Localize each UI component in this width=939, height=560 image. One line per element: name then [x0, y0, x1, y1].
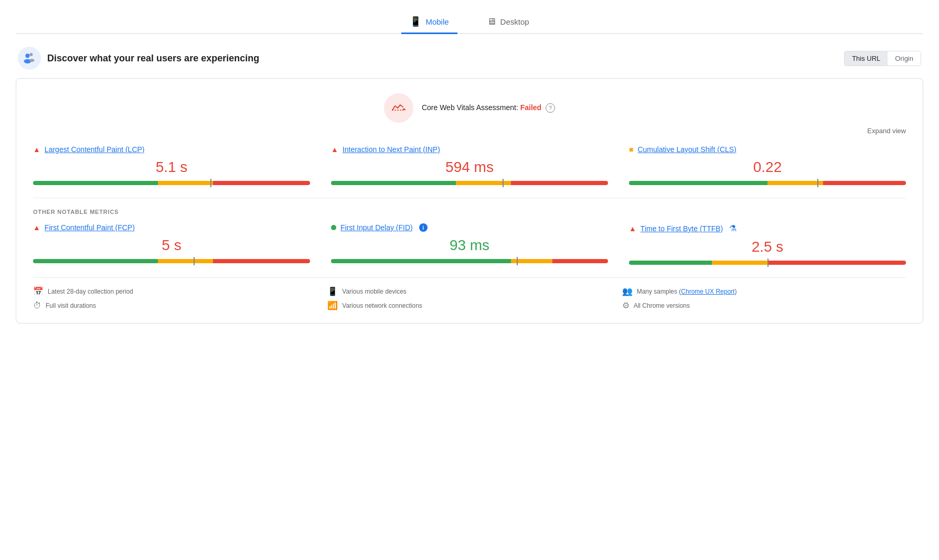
metric-ttfb: ▲ Time to First Byte (TTFB) ⚗ 2.5 s: [629, 223, 906, 265]
footer-text-3: Full visit durations: [46, 302, 96, 309]
footer-item-1: 📱 Various mobile devices: [327, 286, 611, 296]
fcp-status-icon: ▲: [33, 223, 40, 232]
fid-title-row: First Input Delay (FID) i: [331, 223, 608, 232]
calendar-icon: 📅: [33, 286, 44, 296]
assessment-prefix: Core Web Vitals Assessment:: [422, 103, 520, 112]
fid-bar-red: [552, 259, 608, 263]
section-divider: [33, 198, 906, 198]
chrome-ux-report-link[interactable]: Chrome UX Report: [681, 288, 734, 295]
assessment-icon: [384, 93, 413, 123]
fid-status-icon: [331, 225, 336, 230]
tab-mobile-label: Mobile: [425, 17, 449, 26]
tab-desktop-label: Desktop: [500, 17, 529, 26]
fcp-title-row: ▲ First Contentful Paint (FCP): [33, 223, 310, 232]
fid-value: 93 ms: [331, 237, 608, 254]
assessment-header: Core Web Vitals Assessment: Failed ?: [33, 93, 906, 123]
footer-item-0: 📅 Latest 28-day collection period: [33, 286, 317, 296]
fid-track: [331, 259, 608, 263]
help-icon[interactable]: ?: [546, 103, 555, 113]
ttfb-value: 2.5 s: [629, 239, 906, 255]
metric-inp: ▲ Interaction to Next Paint (INP) 594 ms: [331, 145, 608, 185]
ttfb-title-row: ▲ Time to First Byte (TTFB) ⚗: [629, 223, 906, 233]
lcp-bar-red: [213, 181, 310, 185]
lcp-marker: [210, 179, 211, 187]
svg-point-1: [30, 53, 33, 56]
svg-marker-5: [402, 108, 406, 110]
ttfb-bar: [629, 261, 906, 265]
timer-icon: ⏱: [33, 301, 41, 310]
tab-desktop[interactable]: 🖥 Desktop: [478, 10, 538, 34]
fid-name[interactable]: First Input Delay (FID): [340, 223, 413, 232]
fcp-bar-green: [33, 259, 158, 263]
cls-status-icon: ■: [629, 145, 633, 154]
inp-track: [331, 181, 608, 185]
inp-bar-red: [511, 181, 608, 185]
metric-lcp: ▲ Largest Contentful Paint (LCP) 5.1 s: [33, 145, 310, 185]
footer-item-2: 👥 Many samples (Chrome UX Report): [622, 286, 906, 296]
footer-text-0: Latest 28-day collection period: [48, 288, 133, 295]
svg-point-0: [25, 53, 29, 58]
url-toggle: This URL Origin: [844, 51, 921, 66]
expand-view[interactable]: Expand view: [33, 127, 906, 135]
fcp-name[interactable]: First Contentful Paint (FCP): [45, 223, 135, 232]
fcp-value: 5 s: [33, 237, 310, 254]
cls-value: 0.22: [629, 159, 906, 176]
lcp-title-row: ▲ Largest Contentful Paint (LCP): [33, 145, 310, 154]
flask-icon: ⚗: [729, 223, 737, 233]
samples-icon: 👥: [622, 286, 633, 296]
lcp-name[interactable]: Largest Contentful Paint (LCP): [45, 145, 145, 154]
fcp-bar: [33, 259, 310, 263]
fid-bar: [331, 259, 608, 263]
expand-view-label: Expand view: [867, 127, 906, 135]
inp-bar-green: [331, 181, 456, 185]
metric-fcp: ▲ First Contentful Paint (FCP) 5 s: [33, 223, 310, 265]
core-metrics-grid: ▲ Largest Contentful Paint (LCP) 5.1 s ▲: [33, 145, 906, 185]
fcp-bar-orange: [158, 259, 214, 263]
metric-fid: First Input Delay (FID) i 93 ms: [331, 223, 608, 265]
tab-mobile[interactable]: 📱 Mobile: [401, 10, 457, 34]
ttfb-status-icon: ▲: [629, 224, 636, 233]
ttfb-marker: [767, 259, 769, 267]
cls-bar-green: [629, 181, 767, 185]
inp-name[interactable]: Interaction to Next Paint (INP): [343, 145, 440, 154]
header-section: Discover what your real users are experi…: [16, 47, 923, 70]
fcp-track: [33, 259, 310, 263]
inp-value: 594 ms: [331, 159, 608, 176]
metric-cls: ■ Cumulative Layout Shift (CLS) 0.22: [629, 145, 906, 185]
cls-name[interactable]: Cumulative Layout Shift (CLS): [637, 145, 736, 154]
fcp-marker: [194, 257, 195, 265]
cls-bar-red: [823, 181, 906, 185]
page-container: 📱 Mobile 🖥 Desktop Discover what your re…: [0, 0, 939, 334]
lcp-bar: [33, 181, 310, 185]
footer-text-5: All Chrome versions: [634, 302, 690, 309]
cls-marker: [817, 179, 818, 187]
cls-title-row: ■ Cumulative Layout Shift (CLS): [629, 145, 906, 154]
svg-point-3: [29, 59, 34, 62]
footer-text-4: Various network connections: [342, 302, 422, 309]
header-left: Discover what your real users are experi…: [18, 47, 259, 70]
footer-info: 📅 Latest 28-day collection period 📱 Vari…: [33, 277, 906, 310]
fid-info-icon[interactable]: i: [419, 223, 428, 232]
origin-button[interactable]: Origin: [888, 51, 921, 66]
network-icon: 📶: [327, 300, 338, 310]
lcp-status-icon: ▲: [33, 145, 40, 154]
footer-item-3: ⏱ Full visit durations: [33, 300, 317, 310]
cls-bar-orange: [767, 181, 823, 185]
mobile-icon: 📱: [410, 16, 421, 27]
avatar: [18, 47, 41, 70]
fcp-bar-red: [213, 259, 310, 263]
ttfb-bar-red: [767, 261, 906, 265]
chrome-icon: ⚙: [622, 300, 629, 310]
ttfb-name[interactable]: Time to First Byte (TTFB): [641, 224, 723, 233]
cls-track: [629, 181, 906, 185]
this-url-button[interactable]: This URL: [845, 51, 888, 66]
main-card: Core Web Vitals Assessment: Failed ? Exp…: [16, 78, 923, 324]
assessment-status: Failed: [520, 103, 541, 112]
inp-marker: [503, 179, 504, 187]
footer-item-4: 📶 Various network connections: [327, 300, 611, 310]
lcp-bar-orange: [158, 181, 214, 185]
tab-bar: 📱 Mobile 🖥 Desktop: [16, 10, 923, 34]
footer-text-2: Many samples (Chrome UX Report): [637, 288, 737, 295]
fid-bar-green: [331, 259, 511, 263]
lcp-track: [33, 181, 310, 185]
